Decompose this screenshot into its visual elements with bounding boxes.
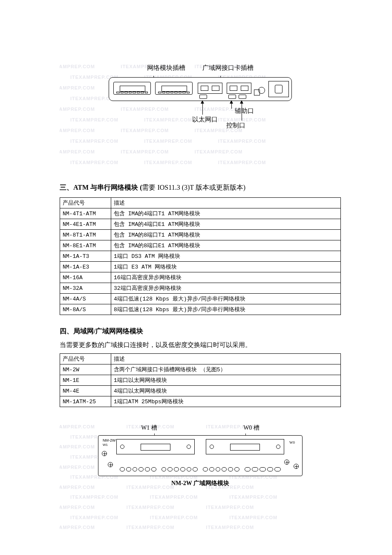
label-con: 控制口	[226, 121, 245, 130]
col-desc: 描述	[111, 354, 341, 364]
arrow-stem	[231, 103, 232, 109]
product-code: NM-16A	[60, 272, 111, 283]
fan-icon	[258, 87, 265, 94]
table-row: NM-4E4端口以太网网络模块	[60, 386, 341, 396]
label-w0-slot: W0 槽	[243, 424, 259, 432]
bottom-labels: 以太网口 辅助口 控制口	[109, 105, 292, 131]
table-row: NM-1A-T31端口 DS3 ATM 网络模块	[60, 251, 341, 262]
product-code: NM-1A-E3	[60, 262, 111, 272]
product-code: NM-4T1-ATM	[60, 208, 111, 219]
product-code: NM-1A-T3	[60, 251, 111, 262]
label-nm-slot: 网络模块插槽	[147, 64, 185, 72]
table-row: NM-4T1-ATM包含 IMA的4端口T1 ATM网络模块	[60, 208, 341, 219]
col-code: 产品代号	[60, 198, 111, 208]
nm2w-module-figure: ITEXAMPREP.COMITEXAMPREP.COMITEXAMPREP.C…	[60, 424, 341, 535]
nm2w-diagram: W1 槽 W0 槽 NM-2WW1 W0	[98, 424, 303, 487]
vent-holes	[120, 467, 281, 472]
product-desc: 包含 IMA的4端口T1 ATM网络模块	[111, 208, 341, 219]
heading-suffix: 需要 IOS11.3 (3)T 版本或更新版本)	[142, 184, 245, 191]
section-3-heading: 三、ATM 与串行网络模块 (需要 IOS11.3 (3)T 版本或更新版本)	[60, 183, 341, 192]
arrow-stem	[242, 103, 242, 121]
product-code: NM-8A/S	[60, 304, 111, 315]
product-desc: 1端口以太网网络模块	[111, 375, 341, 386]
wic-slot-1	[198, 83, 222, 94]
table-header-row: 产品代号 描述	[60, 354, 341, 364]
wic-slot-w0: W0	[206, 439, 284, 454]
figure-caption: NM-2W 广域网络模块	[98, 480, 303, 487]
screw-icon	[102, 451, 107, 456]
label-w1-slot: W1 槽	[141, 424, 157, 432]
table-row: NM-8A/S8端口低速(128 Kbps 最大)异步/同步串行网络模块	[60, 304, 341, 315]
table-row: NM-4E1-ATM包含 IMA的4端口E1 ATM网络模块	[60, 219, 341, 230]
product-desc: 1端口ATM 25Mbps网络模块	[111, 396, 341, 407]
atm-serial-modules-table: 产品代号 描述 NM-4T1-ATM包含 IMA的4端口T1 ATM网络模块NM…	[60, 197, 341, 315]
table-row: NM-2W含两个广域网接口卡插槽网络模块 （见图5）	[60, 364, 341, 375]
product-code: NM-8T1-ATM	[60, 230, 111, 240]
table-row: NM-8E1-ATM包含 IMA的8端口E1 ATM网络模块	[60, 240, 341, 251]
nm-slot-0	[155, 82, 193, 95]
product-desc: 包含 IMA的8端口T1 ATM网络模块	[111, 230, 341, 240]
product-desc: 1端口 E3 ATM 网络模块	[111, 262, 341, 272]
product-code: NM-4A/S	[60, 294, 111, 304]
top-labels: 网络模块插槽 广域网接口卡插槽	[109, 64, 292, 72]
table-row: NM-1ATM-251端口ATM 25Mbps网络模块	[60, 396, 341, 407]
arrow-up-icon	[240, 100, 243, 104]
product-code: NM-4E	[60, 386, 111, 396]
table-row: NM-1A-E31端口 E3 ATM 网络模块	[60, 262, 341, 272]
product-code: NM-4E1-ATM	[60, 219, 111, 230]
col-code: 产品代号	[60, 354, 111, 364]
product-desc: 32端口高密度异步网络模块	[111, 283, 341, 294]
slot-labels: W1 槽 W0 槽	[98, 424, 303, 432]
wic-slot-0	[227, 83, 251, 94]
arrow-up-icon	[230, 100, 233, 104]
table-header-row: 产品代号 描述	[60, 198, 341, 208]
product-desc: 包含 IMA的8端口E1 ATM网络模块	[111, 240, 341, 251]
module-sticker: NM-2WW1	[103, 438, 116, 447]
table-row: NM-32A32端口高密度异步网络模块	[60, 283, 341, 294]
screw-icon	[284, 460, 289, 465]
con-port	[239, 95, 246, 99]
wic-slot-w1	[116, 439, 195, 454]
aux-port	[228, 95, 236, 99]
product-code: NM-1ATM-25	[60, 396, 111, 407]
label-wic-slot: 广域网接口卡插槽	[202, 64, 254, 72]
arrow-up-icon	[201, 100, 204, 104]
table-row: NM-8T1-ATM包含 IMA的8端口T1 ATM网络模块	[60, 230, 341, 240]
product-desc: 4端口以太网网络模块	[111, 386, 341, 396]
power-inlet	[268, 81, 289, 97]
product-desc: 含两个广域网接口卡插槽网络模块 （见图5）	[111, 364, 341, 375]
lan-wan-modules-table: 产品代号 描述 NM-2W含两个广域网接口卡插槽网络模块 （见图5）NM-1E1…	[60, 353, 341, 407]
col-desc: 描述	[111, 198, 341, 208]
product-code: NM-32A	[60, 283, 111, 294]
router-diagram-figure: ITEXAMPREP.COMITEXAMPREP.COMITEXAMPREP.C…	[60, 64, 341, 171]
router-chassis	[109, 77, 292, 101]
table-row: NM-4A/S4端口低速(128 Kbps 最大)异步/同步串行网络模块	[60, 294, 341, 304]
product-code: NM-2W	[60, 364, 111, 375]
label-eth: 以太网口	[192, 116, 218, 124]
product-desc: 4端口低速(128 Kbps 最大)异步/同步串行网络模块	[111, 294, 341, 304]
product-code: NM-8E1-ATM	[60, 240, 111, 251]
heading-main: ATM 与串行网络模块 (	[73, 184, 142, 191]
router-diagram: 网络模块插槽 广域网接口卡插槽 以太网口 辅助口	[109, 64, 292, 131]
nm2w-faceplate: NM-2WW1 W0	[98, 435, 303, 476]
table-row: NM-1E1端口以太网网络模块	[60, 375, 341, 386]
arrow-stem	[202, 103, 203, 115]
table-row: NM-16A16端口高密度异步网络模块	[60, 272, 341, 283]
nm-slot-1	[113, 82, 151, 95]
screw-icon	[294, 464, 299, 469]
heading-prefix: 三、	[60, 184, 73, 191]
slot-tag: W0	[289, 440, 295, 445]
section-4-heading: 四、局域网/广域网网络模块	[60, 327, 341, 336]
eth-port	[199, 95, 207, 99]
product-desc: 8端口低速(128 Kbps 最大)异步/同步串行网络模块	[111, 304, 341, 315]
product-desc: 16端口高密度异步网络模块	[111, 272, 341, 283]
product-desc: 包含 IMA的4端口E1 ATM网络模块	[111, 219, 341, 230]
label-aux: 辅助口	[235, 107, 254, 115]
section-4-desc: 当需要更多数的广域接口连接时，以及低密度交换端口时可以采用。	[60, 341, 341, 349]
screw-icon	[108, 462, 113, 467]
product-desc: 1端口 DS3 ATM 网络模块	[111, 251, 341, 262]
product-code: NM-1E	[60, 375, 111, 386]
